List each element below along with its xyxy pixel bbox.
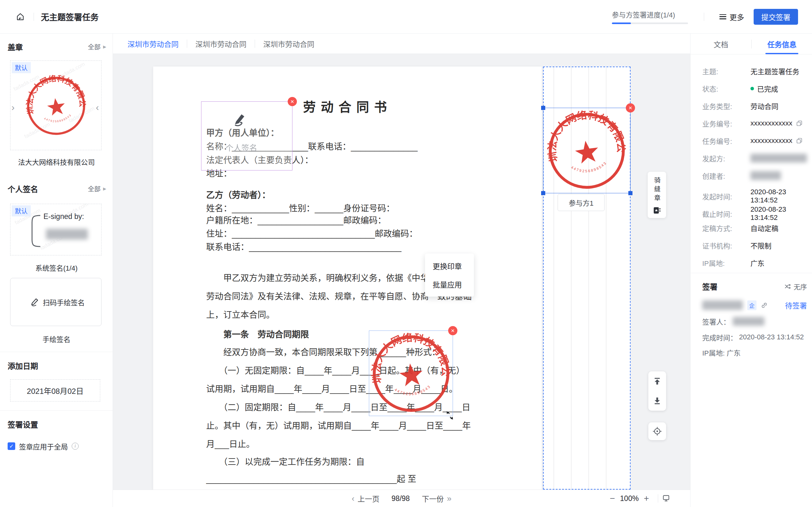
default-badge: 默认 bbox=[12, 62, 31, 73]
signer-row: 签署人： bbox=[702, 316, 807, 326]
next-doc-button[interactable]: 下一份 bbox=[422, 493, 444, 504]
seal-all-link[interactable]: 全部 ▶ bbox=[88, 42, 106, 51]
sign-order-toggle[interactable]: 无序 bbox=[784, 282, 807, 291]
zoom-in-button[interactable]: + bbox=[639, 493, 654, 504]
next-doc-arrow-icon[interactable]: » bbox=[444, 494, 455, 504]
topbar-divider-2 bbox=[704, 13, 704, 21]
redacted-value bbox=[751, 171, 781, 180]
info-row-ca: 证书机构: 不限制 bbox=[702, 240, 807, 250]
fit-page-button[interactable] bbox=[662, 494, 670, 503]
apply-global-checkbox[interactable]: ✓ bbox=[8, 442, 15, 450]
copy-icon[interactable] bbox=[796, 137, 803, 144]
document-line: 乙方（劳动者）： bbox=[206, 188, 526, 201]
resize-handle-top-left[interactable] bbox=[541, 106, 545, 110]
document-tabs: 深圳市劳动合同 深圳市劳动合同 深圳市劳动合同 bbox=[113, 34, 690, 54]
watermark-text: fadada.com bbox=[58, 61, 86, 79]
seal-carousel-next[interactable]: ‹ bbox=[96, 103, 99, 112]
doc-tab-3[interactable]: 深圳市劳动合同 bbox=[255, 38, 322, 49]
info-row-biz-type: 业务类型: 劳动合同 bbox=[702, 101, 807, 111]
pen-icon bbox=[231, 111, 248, 128]
svg-text:深圳法大大网络科技有限公司: 深圳法大大网络科技有限公司 bbox=[541, 105, 627, 164]
resize-handle-bottom-left[interactable] bbox=[541, 191, 545, 195]
info-row-creator: 创建者: bbox=[702, 170, 807, 181]
more-menu-button[interactable]: 更多 bbox=[719, 11, 744, 22]
personal-sign-placeholder[interactable]: 个人签名 ✕ bbox=[201, 101, 293, 170]
document-line: 止。其中（有，无）试用期，试用期自____年____月____日至____年 bbox=[206, 419, 526, 431]
menu-item-replace-seal[interactable]: 更换印章 bbox=[425, 257, 474, 275]
chevron-right-icon: ▶ bbox=[103, 186, 106, 191]
submit-sign-button[interactable]: 提交签署 bbox=[754, 9, 798, 25]
remove-cross-seal-button[interactable]: ✕ bbox=[626, 103, 635, 112]
participant-row: 企 待签署 bbox=[702, 300, 807, 311]
redacted-value bbox=[751, 154, 807, 163]
more-label: 更多 bbox=[729, 11, 744, 22]
document-line: （二）固定期限：自____年____月____日至____年____月____日 bbox=[206, 400, 526, 413]
panel-tabs: 文档 任务信息 bbox=[691, 34, 812, 55]
copy-icon[interactable] bbox=[796, 120, 803, 126]
seal-section-title: 盖章 bbox=[8, 41, 23, 52]
personal-sign-all-link[interactable]: 全部 ▶ bbox=[88, 184, 106, 193]
remove-placeholder-button[interactable]: ✕ bbox=[288, 97, 297, 106]
watermark-text: fadada.com bbox=[23, 121, 51, 140]
document-line: 住址：______________________________邮政编码： bbox=[206, 227, 526, 239]
remove-seal-button[interactable]: ✕ bbox=[448, 326, 457, 335]
company-seal-image: 深圳法大大网络科技有限公司 4479256898543 bbox=[541, 105, 632, 196]
add-date-box[interactable]: 2021年08月02日 bbox=[10, 379, 100, 401]
document-canvas[interactable]: 劳动合同书 甲方（用人单位）： 名称：________________联系电话：… bbox=[113, 54, 690, 490]
info-icon[interactable]: i bbox=[72, 443, 79, 450]
seal-section-header: 盖章 全部 ▶ bbox=[8, 41, 106, 52]
crosshair-icon bbox=[653, 427, 662, 436]
info-row-subject: 主题: 无主题签署任务 bbox=[702, 66, 807, 76]
tab-task-info[interactable]: 任务信息 bbox=[752, 34, 812, 54]
locate-button[interactable] bbox=[648, 422, 666, 440]
redacted-participant-name bbox=[702, 300, 743, 310]
cross-page-seal-button[interactable]: 骑缝章 bbox=[648, 172, 666, 218]
resize-handle-bottom-right[interactable] bbox=[628, 191, 632, 195]
link-icon[interactable] bbox=[760, 301, 768, 309]
main-area: 深圳市劳动合同 深圳市劳动合同 深圳市劳动合同 劳动合同书 甲方（用人单位）： … bbox=[113, 34, 690, 507]
pager: ‹ 上一页 98/98 下一份 » bbox=[349, 493, 455, 504]
tab-document[interactable]: 文档 bbox=[691, 34, 751, 54]
document-seal-selection[interactable]: 深圳法大大网络科技有限公司 4479256898543 ✕ bbox=[369, 331, 453, 416]
prev-page-arrow-icon[interactable]: ‹ bbox=[349, 494, 358, 504]
document-line: 经双方协商一致，本合同期限采取下列第______种形式： bbox=[206, 345, 526, 358]
scroll-to-top-button[interactable] bbox=[653, 377, 662, 386]
document-line: 月___日止。 bbox=[206, 437, 526, 450]
scan-handwrite-button[interactable]: 扫码手绘签名 bbox=[10, 278, 101, 326]
participant-tag[interactable]: 参与方1 bbox=[558, 194, 605, 211]
menu-item-batch-apply[interactable]: 批量应用 bbox=[425, 275, 474, 293]
close-icon: ✕ bbox=[628, 105, 632, 111]
document-line: 上，订立本合同。 bbox=[206, 308, 526, 320]
personal-signature-card[interactable]: 默认 fadada.com fadada.com fadada.com E-si… bbox=[10, 204, 101, 256]
redacted-signer-name bbox=[733, 317, 764, 326]
sign-status[interactable]: 待签署 bbox=[785, 300, 807, 311]
info-row-ip-region: IP属地: 广东 bbox=[702, 258, 807, 268]
settings-section-header: 签署设置 bbox=[8, 418, 106, 430]
topbar-divider bbox=[34, 13, 34, 21]
signing-progress-label: 参与方签署进度(1/4) bbox=[612, 9, 675, 19]
date-section-header: 添加日期 bbox=[8, 360, 106, 371]
page-indicator: 98/98 bbox=[392, 494, 410, 503]
document-line: （三）以完成一定工作任务为期限：自 bbox=[206, 455, 526, 467]
status-dot bbox=[751, 87, 754, 90]
home-button[interactable] bbox=[14, 10, 27, 23]
scroll-to-bottom-button[interactable] bbox=[653, 396, 662, 405]
company-seal-image: 深圳法大大网络科技有限公司 4479256898543 bbox=[366, 329, 456, 418]
cross-page-seal-selection[interactable]: 深圳法大大网络科技有限公司 4479256898543 ✕ bbox=[543, 108, 630, 193]
zoom-out-button[interactable]: − bbox=[605, 493, 620, 504]
contract-page: 劳动合同书 甲方（用人单位）： 名称：________________联系电话：… bbox=[153, 66, 542, 490]
document-line: 试用期，试用期自____年____月____日至____年____月____日。 bbox=[206, 382, 526, 395]
info-row-deadline: 截止时间: 2020-08-23 13:14:52 bbox=[702, 205, 807, 222]
signing-progress: 参与方签署进度(1/4) bbox=[612, 9, 688, 24]
signing-progress-fill bbox=[612, 22, 631, 24]
doc-tab-1[interactable]: 深圳市劳动合同 bbox=[119, 38, 187, 49]
document-line: 姓名：____________性别：______身份证号码： bbox=[206, 202, 526, 214]
company-seal-card[interactable]: 默认 fadada.com fadada.com fadada.com fada… bbox=[10, 60, 101, 150]
prev-page-button[interactable]: 上一页 bbox=[357, 493, 379, 504]
seal-carousel-prev[interactable]: › bbox=[11, 103, 14, 112]
doc-tab-2[interactable]: 深圳市劳动合同 bbox=[187, 38, 255, 49]
panel-divider bbox=[691, 273, 812, 273]
scan-handwrite-label: 扫码手绘签名 bbox=[43, 297, 85, 307]
info-row-finalize-mode: 定稿方式: 自动定稿 bbox=[702, 223, 807, 233]
handwrite-caption: 手绘签名 bbox=[0, 334, 113, 344]
